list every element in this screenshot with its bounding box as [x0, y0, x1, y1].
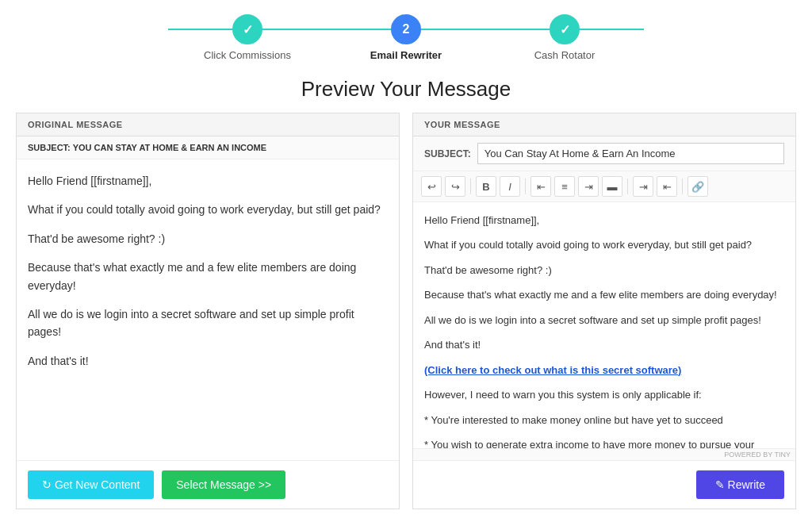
orig-p3: That'd be awesome right? :) — [28, 230, 388, 248]
align-left-button[interactable]: ⇤ — [530, 176, 551, 197]
page-title: Preview Your Message — [0, 77, 812, 102]
your-p6: And that's it! — [424, 336, 784, 353]
bold-button[interactable]: B — [476, 176, 496, 197]
your-p5: All we do is we login into a secret soft… — [424, 312, 784, 328]
redo-button[interactable]: ↪ — [445, 176, 465, 197]
your-message-panel: YOUR MESSAGE SUBJECT: ↩ ↪ B I ⇤ ≡ ⇥ ▬ ⇥ … — [412, 113, 796, 509]
align-justify-button[interactable]: ▬ — [602, 176, 622, 197]
outdent-button[interactable]: ⇤ — [657, 176, 677, 197]
original-panel-footer: ↻ Get New Content Select Message >> — [17, 460, 399, 509]
subject-row: SUBJECT: — [413, 136, 795, 171]
rewrite-button[interactable]: ✎ Rewrite — [696, 470, 784, 499]
step-circle-1: ✓ — [232, 14, 262, 44]
select-message-button[interactable]: Select Message >> — [162, 470, 285, 499]
original-message-panel: ORIGINAL MESSAGE SUBJECT: YOU CAN STAY A… — [16, 113, 400, 509]
your-p2: What if you could totally avoid going to… — [424, 236, 784, 253]
step-label-1: Click Commissions — [204, 49, 291, 61]
italic-button[interactable]: I — [500, 176, 520, 197]
toolbar-sep-1 — [470, 178, 471, 194]
original-panel-header: ORIGINAL MESSAGE — [17, 113, 399, 136]
your-panel-footer: ✎ Rewrite — [413, 460, 795, 509]
align-center-button[interactable]: ≡ — [554, 176, 575, 197]
step-cash-rotator: ✓ Cash Rotator — [485, 14, 644, 61]
orig-p4: Because that's what exactly me and a few… — [28, 259, 388, 294]
your-panel-header: YOUR MESSAGE — [413, 113, 795, 136]
step-circle-3: ✓ — [550, 14, 580, 44]
stepper: ✓ Click Commissions 2 Email Rewriter ✓ C… — [0, 0, 812, 69]
editor-toolbar: ↩ ↪ B I ⇤ ≡ ⇥ ▬ ⇥ ⇤ 🔗 — [413, 171, 795, 202]
orig-p2: What if you could totally avoid going to… — [28, 201, 388, 218]
your-p8: * You're interested to make money online… — [424, 412, 784, 428]
subject-input[interactable] — [477, 143, 784, 164]
step-email-rewriter: 2 Email Rewriter — [327, 14, 485, 61]
toolbar-sep-3 — [627, 178, 628, 194]
your-p4: Because that's what exactly me and a few… — [424, 286, 784, 303]
indent-button[interactable]: ⇥ — [633, 176, 653, 197]
your-panel-body[interactable]: Hello Friend [[firstname]], What if you … — [413, 202, 795, 448]
step-label-2: Email Rewriter — [370, 49, 442, 61]
panels-container: ORIGINAL MESSAGE SUBJECT: YOU CAN STAY A… — [0, 113, 812, 509]
step-click-commissions: ✓ Click Commissions — [168, 14, 327, 61]
orig-p1: Hello Friend [[firstname]], — [28, 172, 388, 190]
undo-button[interactable]: ↩ — [421, 176, 442, 197]
get-new-content-button[interactable]: ↻ Get New Content — [28, 470, 154, 499]
link-button[interactable]: 🔗 — [688, 176, 708, 197]
your-p1: Hello Friend [[firstname]], — [424, 212, 784, 228]
orig-p6: And that's it! — [28, 352, 388, 370]
powered-by: POWERED BY TINY — [413, 448, 795, 460]
subject-field-label: SUBJECT: — [424, 148, 471, 159]
toolbar-sep-2 — [525, 178, 526, 194]
original-panel-subject: SUBJECT: YOU CAN STAY AT HOME & EARN AN … — [17, 136, 399, 159]
your-p7: However, I need to warn you this system … — [424, 386, 784, 403]
original-panel-body: Hello Friend [[firstname]], What if you … — [17, 159, 399, 460]
secret-software-link[interactable]: (Click here to check out what is this se… — [424, 364, 681, 376]
step-circle-2: 2 — [391, 14, 421, 44]
step-label-3: Cash Rotator — [534, 49, 596, 61]
your-p9: * You wish to generate extra income to h… — [424, 436, 784, 448]
orig-p5: All we do is we login into a secret soft… — [28, 305, 388, 341]
align-right-button[interactable]: ⇥ — [578, 176, 599, 197]
your-p3: That'd be awesome right? :) — [424, 262, 784, 278]
toolbar-sep-4 — [682, 178, 683, 194]
your-link: (Click here to check out what is this se… — [424, 362, 784, 378]
